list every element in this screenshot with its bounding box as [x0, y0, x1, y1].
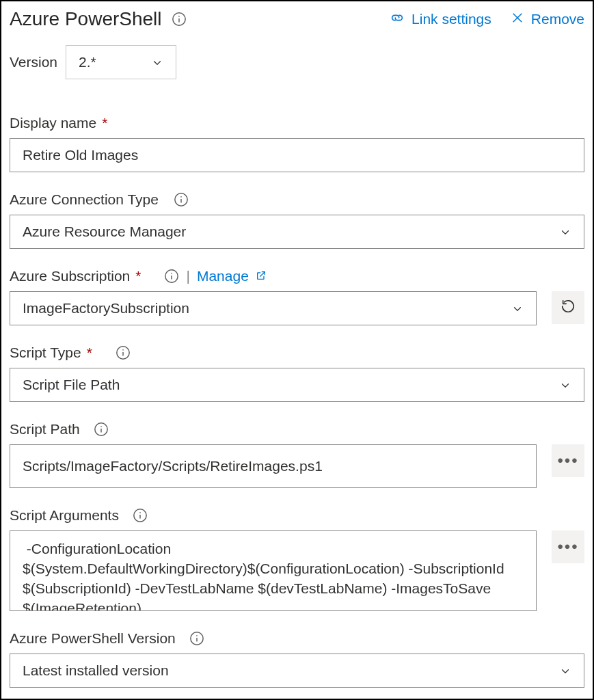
- script-arguments-group: Script Arguments •••: [10, 507, 584, 611]
- script-path-row: •••: [10, 444, 584, 488]
- panel-title: Azure PowerShell: [10, 8, 162, 30]
- panel-header: Azure PowerShell Link settings: [10, 8, 584, 30]
- ps-version-label-row: Azure PowerShell Version: [10, 630, 584, 647]
- script-type-select[interactable]: Script File Path: [10, 368, 584, 402]
- svg-point-7: [180, 196, 182, 198]
- chevron-down-icon: [559, 226, 571, 238]
- svg-point-19: [139, 512, 141, 513]
- info-icon[interactable]: [133, 508, 148, 523]
- required-indicator: *: [135, 268, 141, 284]
- external-link-icon: [256, 268, 267, 284]
- link-settings-button[interactable]: Link settings: [390, 10, 491, 29]
- connection-type-label: Azure Connection Type: [10, 191, 159, 208]
- refresh-button[interactable]: [552, 291, 584, 324]
- manage-link[interactable]: Manage: [197, 268, 267, 284]
- display-name-group: Display name *: [10, 115, 584, 172]
- subscription-select[interactable]: ImageFactorySubscription: [10, 291, 537, 325]
- script-path-label: Script Path: [10, 421, 80, 438]
- info-icon[interactable]: [174, 192, 189, 207]
- remove-button[interactable]: Remove: [511, 11, 584, 28]
- version-value: 2.*: [79, 54, 96, 70]
- browse-button[interactable]: •••: [552, 444, 584, 477]
- refresh-icon: [561, 299, 576, 317]
- svg-point-2: [178, 16, 180, 17]
- svg-point-10: [172, 273, 173, 274]
- script-type-label-row: Script Type *: [10, 345, 584, 361]
- version-row: Version 2.*: [10, 45, 584, 79]
- chevron-down-icon: [511, 302, 524, 314]
- task-panel: Azure PowerShell Link settings: [0, 0, 594, 700]
- subscription-label-row: Azure Subscription * | Manage: [10, 268, 584, 284]
- script-path-input[interactable]: [10, 444, 537, 488]
- script-arguments-input[interactable]: [10, 530, 537, 611]
- svg-point-22: [196, 635, 198, 636]
- connection-type-group: Azure Connection Type Azure Resource Man…: [10, 191, 584, 249]
- subscription-label: Azure Subscription: [10, 268, 130, 284]
- panel-title-wrap: Azure PowerShell: [10, 8, 187, 30]
- display-name-label-row: Display name *: [10, 115, 584, 131]
- display-name-input[interactable]: [10, 138, 584, 172]
- connection-type-select[interactable]: Azure Resource Manager: [10, 215, 584, 249]
- subscription-row: ImageFactorySubscription: [10, 291, 584, 325]
- info-icon[interactable]: [164, 269, 179, 284]
- display-name-label: Display name: [10, 115, 96, 131]
- chevron-down-icon: [151, 56, 163, 68]
- script-path-group: Script Path •••: [10, 421, 584, 488]
- remove-label: Remove: [531, 11, 584, 27]
- required-indicator: *: [87, 345, 92, 361]
- svg-point-16: [100, 426, 102, 427]
- info-icon[interactable]: [189, 631, 204, 646]
- version-select[interactable]: 2.*: [66, 45, 176, 79]
- ps-version-group: Azure PowerShell Version Latest installe…: [10, 630, 584, 688]
- version-label: Version: [10, 54, 57, 70]
- script-type-group: Script Type * Script File Path: [10, 345, 584, 402]
- info-icon[interactable]: [94, 422, 109, 437]
- script-path-label-row: Script Path: [10, 421, 584, 438]
- script-type-label: Script Type: [10, 345, 81, 361]
- ps-version-value: Latest installed version: [23, 662, 169, 679]
- link-icon: [390, 10, 405, 29]
- chevron-down-icon: [559, 379, 571, 391]
- script-arguments-label: Script Arguments: [10, 507, 119, 524]
- script-arguments-label-row: Script Arguments: [10, 507, 584, 524]
- info-icon[interactable]: [172, 12, 187, 27]
- ps-version-label: Azure PowerShell Version: [10, 630, 176, 647]
- subscription-value: ImageFactorySubscription: [23, 300, 189, 317]
- chevron-down-icon: [559, 664, 571, 677]
- script-type-value: Script File Path: [23, 377, 120, 393]
- required-indicator: *: [102, 115, 107, 131]
- link-settings-label: Link settings: [411, 11, 491, 27]
- svg-point-13: [122, 349, 124, 351]
- ps-version-select[interactable]: Latest installed version: [10, 654, 584, 688]
- header-actions: Link settings Remove: [390, 10, 584, 29]
- close-icon: [511, 11, 524, 28]
- script-arguments-row: •••: [10, 530, 584, 611]
- manage-label: Manage: [197, 268, 249, 284]
- subscription-group: Azure Subscription * | Manage ImageFac: [10, 268, 584, 325]
- info-icon[interactable]: [116, 345, 131, 360]
- browse-arguments-button[interactable]: •••: [552, 530, 584, 563]
- pipe-divider: |: [186, 268, 189, 284]
- connection-type-label-row: Azure Connection Type: [10, 191, 584, 208]
- connection-type-value: Azure Resource Manager: [23, 224, 186, 240]
